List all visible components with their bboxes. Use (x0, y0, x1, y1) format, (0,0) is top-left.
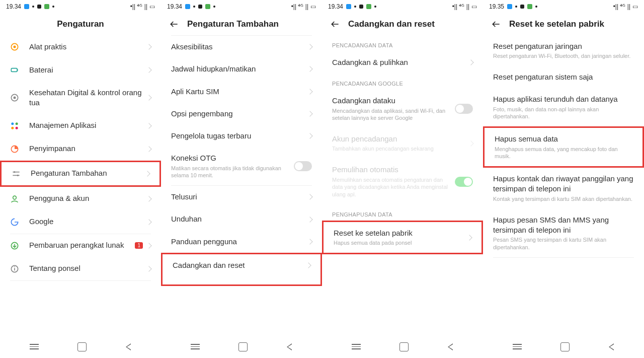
status-app-icon (366, 4, 371, 9)
row-hapus-kontak[interactable]: Hapus kontak dan riwayat panggilan yang … (483, 168, 644, 208)
chevron-right-icon (307, 111, 312, 116)
status-app-icon (185, 4, 190, 9)
wellbeing-icon (9, 92, 20, 103)
row-apli-kartu-sim[interactable]: Apli Kartu SIM (161, 81, 322, 103)
status-app-icon (507, 4, 512, 9)
row-tentang-ponsel[interactable]: Tentang ponsel (0, 257, 161, 280)
apps-icon (9, 120, 20, 131)
chevron-right-icon (146, 196, 151, 201)
nav-home-button[interactable] (77, 342, 87, 351)
back-arrow-icon[interactable] (330, 19, 340, 29)
status-right-icons: •|| ⁴ᴳ || ▭ (452, 3, 477, 10)
chevron-right-icon (307, 89, 312, 94)
row-cadangkan-dataku[interactable]: Cadangkan dataku Mencadangkan data aplik… (322, 90, 483, 128)
row-sublabel: Tambahkan akun pencadangan sekarang (332, 145, 469, 153)
chevron-right-icon (146, 243, 151, 248)
status-app-icon (205, 4, 210, 9)
chevron-right-icon (466, 235, 472, 240)
row-label: Pengaturan Tambahan (31, 168, 145, 178)
row-hapus-sms[interactable]: Hapus pesan SMS dan MMS yang tersimpan d… (483, 209, 644, 257)
status-time: 19.34 (6, 3, 21, 10)
row-reset-setelan-pabrik[interactable]: Reset ke setelan pabrik Hapus semua data… (322, 221, 483, 254)
status-app-icon (527, 4, 532, 9)
row-pengguna-akun[interactable]: Pengguna & akun (0, 187, 161, 210)
battery-icon: ▭ (149, 3, 155, 10)
row-pembaruan[interactable]: Pembaruan perangkat lunak 1 (0, 234, 161, 257)
chevron-right-icon (144, 171, 150, 176)
nav-home-button[interactable] (238, 342, 248, 351)
svg-point-12 (14, 171, 15, 173)
nav-back-button[interactable] (125, 343, 131, 351)
chevron-right-icon (307, 194, 312, 200)
user-icon (9, 193, 20, 204)
status-right-icons: •|| ⁴ᴳ || ▭ (130, 3, 155, 10)
row-koneksi-otg[interactable]: Koneksi OTG Matikan secara otomatis jika… (161, 147, 322, 185)
status-app-icon (520, 5, 524, 9)
row-sublabel: Pesan SMS yang tersimpan di kartu SIM ak… (493, 236, 634, 251)
row-label: Hapus kontak dan riwayat panggilan yang … (493, 174, 634, 194)
row-akun-pencadangan: Akun pencadangan Tambahkan akun pencadan… (322, 128, 483, 159)
svg-point-9 (16, 126, 18, 129)
nav-recents-button[interactable] (191, 342, 200, 351)
row-pengaturan-tambahan[interactable]: Pengaturan Tambahan (0, 161, 161, 187)
page-title: Pengaturan (57, 19, 104, 29)
row-cadangkan-pulihkan[interactable]: Cadangkan & pulihkan (322, 51, 483, 74)
svg-point-5 (14, 97, 16, 99)
row-hapus-semua-data[interactable]: Hapus semua data Menghapus semua data, y… (483, 126, 644, 168)
nav-recents-button[interactable] (352, 342, 361, 351)
status-time: 19.34 (167, 3, 182, 10)
status-dot-icon (354, 6, 356, 8)
row-baterai[interactable]: Baterai (0, 58, 161, 82)
row-label: Cadangkan dan reset (173, 260, 306, 270)
status-dot-icon (193, 6, 195, 8)
toggle-backup-data[interactable] (455, 104, 473, 114)
row-kesehatan-digital[interactable]: Kesehatan Digital & kontrol orang tua (0, 82, 161, 114)
row-alat-praktis[interactable]: Alat praktis (0, 35, 161, 58)
row-google[interactable]: Google (0, 210, 161, 234)
row-sublabel: Memulihkan secara otomatis pengaturan da… (332, 176, 455, 199)
chevron-right-icon (146, 95, 151, 101)
toggle-auto-restore (455, 177, 473, 187)
nav-recents-button[interactable] (513, 342, 522, 351)
row-telusuri[interactable]: Telusuri (161, 186, 322, 208)
nav-home-button[interactable] (399, 342, 409, 351)
status-app-icon (198, 5, 202, 9)
back-arrow-icon[interactable] (169, 19, 179, 29)
toggle-otg[interactable] (294, 161, 312, 171)
status-app-icon (37, 5, 41, 9)
chevron-right-icon (307, 217, 312, 222)
row-opsi-pengembang[interactable]: Opsi pengembang (161, 103, 322, 125)
row-cadangkan-reset[interactable]: Cadangkan dan reset (161, 253, 322, 286)
row-sublabel: Reset pengaturan Wi-Fi, Bluetooth, dan j… (493, 52, 634, 60)
row-jadwal-hidupkan[interactable]: Jadwal hidupkan/matikan (161, 58, 322, 80)
svg-point-1 (14, 46, 16, 48)
screen-2-pengaturan-tambahan: 19.34 •|| ⁴ᴳ || ▭ Pengaturan Tambahan Ak… (161, 0, 322, 358)
nav-recents-button[interactable] (30, 342, 39, 351)
google-icon (9, 217, 20, 228)
status-dot-icon (535, 6, 537, 8)
nav-back-button[interactable] (608, 343, 614, 351)
row-label: Cadangkan & pulihkan (332, 57, 469, 67)
row-aksesibilitas[interactable]: Aksesibilitas (161, 36, 322, 58)
svg-point-14 (17, 174, 19, 176)
row-unduhan[interactable]: Unduhan (161, 208, 322, 230)
row-label: Reset pengaturan jaringan (493, 41, 634, 51)
row-pengelola-tugas[interactable]: Pengelola tugas terbaru (161, 125, 322, 147)
row-hapus-aplikasi[interactable]: Hapus aplikasi terunduh dan datanya Foto… (483, 88, 644, 126)
row-reset-jaringan[interactable]: Reset pengaturan jaringan Reset pengatur… (483, 35, 644, 66)
page-title: Pengaturan Tambahan (187, 19, 279, 29)
nav-back-button[interactable] (447, 343, 453, 351)
nav-back-button[interactable] (286, 343, 292, 351)
row-label: Tentang ponsel (29, 263, 147, 273)
row-penyimpanan[interactable]: Penyimpanan (0, 137, 161, 161)
chevron-right-icon (468, 140, 473, 146)
row-panduan-pengguna[interactable]: Panduan pengguna (161, 231, 322, 253)
section-pencadangan-data: PENCADANGAN DATA (322, 35, 483, 51)
back-arrow-icon[interactable] (491, 19, 501, 29)
divider (10, 280, 151, 281)
screen-3-cadangkan-reset: 19.34 •|| ⁴ᴳ || ▭ Cadangkan dan reset PE… (322, 0, 483, 358)
row-reset-sistem[interactable]: Reset pengaturan sistem saja (483, 66, 644, 88)
nav-bar (322, 336, 483, 358)
row-manajemen-aplikasi[interactable]: Manajemen Aplikasi (0, 114, 161, 137)
nav-home-button[interactable] (560, 342, 570, 351)
